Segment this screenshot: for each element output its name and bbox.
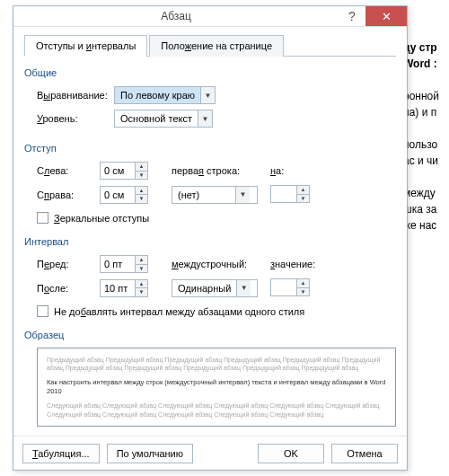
- by1-value: [271, 186, 296, 202]
- line-spacing-value: Одинарный: [172, 283, 236, 294]
- spin-down-icon[interactable]: ▼: [297, 288, 309, 296]
- row-before: Перед: 0 пт ▲▼ междустрочный: значение:: [37, 255, 396, 273]
- level-combo[interactable]: Основной текст ▼: [114, 110, 213, 128]
- sample-prev: Предыдущий абзац Предыдущий абзац Предыд…: [47, 356, 386, 373]
- before-spinner[interactable]: 0 пт ▲▼: [100, 255, 148, 273]
- spin-down-icon[interactable]: ▼: [136, 265, 147, 273]
- before-label: Перед:: [37, 259, 100, 269]
- spin-up-icon[interactable]: ▲: [136, 163, 147, 172]
- line-spacing-combo[interactable]: Одинарный ▼: [172, 279, 258, 297]
- dialog-footer: Табуляция... По умолчанию OK Отмена: [13, 436, 407, 471]
- first-line-label: первая строка:: [172, 165, 270, 176]
- group-indent: Отступ: [24, 143, 396, 154]
- after-label: После:: [37, 283, 100, 294]
- ok-button[interactable]: OK: [258, 444, 324, 463]
- close-button[interactable]: ✕: [365, 6, 407, 26]
- tab-strip: Отступы и интервалы Положение на страниц…: [24, 34, 396, 57]
- group-sample: Образец: [24, 330, 396, 340]
- spin-up-icon[interactable]: ▲: [136, 280, 147, 289]
- alignment-combo[interactable]: По левому краю ▼: [114, 86, 216, 104]
- row-after: После: 10 пт ▲▼ Одинарный ▼ ▲▼: [37, 278, 396, 297]
- sample-preview: Предыдущий абзац Предыдущий абзац Предыд…: [37, 348, 396, 427]
- spin-down-icon[interactable]: ▼: [136, 288, 147, 296]
- dialog-title: Абзац: [13, 10, 339, 22]
- cancel-button[interactable]: Отмена: [331, 444, 398, 463]
- tabs-button[interactable]: Табуляция...: [22, 444, 100, 463]
- group-general: Общие: [24, 67, 396, 78]
- row-indent-left: Слева: 0 см ▲▼ первая строка: на:: [37, 162, 396, 180]
- sample-next: Следующий абзац Следующий абзац Следующи…: [47, 401, 386, 419]
- no-space-same-style-checkbox[interactable]: Не добавлять интервал между абзацами одн…: [37, 305, 396, 317]
- sample-mid: Как настроить интервал между строк (межд…: [47, 378, 386, 396]
- line-spacing-label: междустрочный:: [172, 259, 270, 269]
- spin-down-icon[interactable]: ▼: [136, 195, 147, 203]
- level-value: Основной текст: [115, 113, 198, 124]
- level-label: Уровень:: [37, 113, 114, 124]
- indent-right-value: 0 см: [101, 187, 135, 203]
- chevron-down-icon[interactable]: ▼: [235, 187, 250, 203]
- indent-left-spinner[interactable]: 0 см ▲▼: [100, 162, 148, 180]
- checkbox-icon[interactable]: [37, 305, 48, 317]
- row-alignment: Выравнивание: По левому краю ▼: [37, 86, 396, 104]
- first-line-value: (нет): [172, 190, 235, 200]
- row-indent-right: Справа: 0 см ▲▼ (нет) ▼ ▲▼: [37, 185, 396, 204]
- indent-right-spinner[interactable]: 0 см ▲▼: [100, 186, 148, 204]
- spin-down-icon[interactable]: ▼: [297, 195, 309, 203]
- tab-page-position[interactable]: Положение на странице: [149, 35, 284, 57]
- help-button[interactable]: ?: [339, 9, 365, 23]
- chevron-down-icon[interactable]: ▼: [198, 110, 212, 127]
- spin-down-icon[interactable]: ▼: [136, 172, 147, 180]
- by1-label: на:: [270, 165, 321, 176]
- no-space-label: Не добавлять интервал между абзацами одн…: [54, 306, 304, 317]
- spin-up-icon[interactable]: ▲: [136, 187, 147, 196]
- after-value: 10 пт: [101, 280, 135, 296]
- chevron-down-icon[interactable]: ▼: [200, 87, 215, 103]
- spin-up-icon[interactable]: ▲: [136, 256, 147, 265]
- titlebar: Абзац ? ✕: [13, 6, 407, 27]
- by2-label: значение:: [270, 259, 321, 269]
- indent-left-label: Слева:: [37, 165, 100, 176]
- after-spinner[interactable]: 10 пт ▲▼: [100, 279, 148, 297]
- first-line-combo[interactable]: (нет) ▼: [172, 186, 258, 204]
- spin-up-icon[interactable]: ▲: [297, 279, 309, 288]
- by2-spinner[interactable]: ▲▼: [270, 278, 310, 296]
- mirror-label: Зеркальные отступы: [54, 213, 149, 224]
- paragraph-dialog: Абзац ? ✕ Отступы и интервалы Положение …: [13, 5, 408, 471]
- indent-left-value: 0 см: [101, 163, 135, 179]
- dialog-body: Отступы и интервалы Положение на страниц…: [13, 27, 407, 436]
- tab-indents-spacing[interactable]: Отступы и интервалы: [24, 35, 147, 57]
- before-value: 0 пт: [101, 256, 135, 272]
- alignment-value: По левому краю: [115, 90, 200, 101]
- checkbox-icon[interactable]: [37, 212, 48, 224]
- row-level: Уровень: Основной текст ▼: [37, 110, 396, 128]
- indent-right-label: Справа:: [37, 190, 100, 200]
- alignment-label: Выравнивание:: [37, 90, 114, 101]
- spin-up-icon[interactable]: ▲: [297, 186, 309, 195]
- mirror-indents-checkbox[interactable]: Зеркальные отступы: [37, 212, 396, 224]
- by1-spinner[interactable]: ▲▼: [270, 185, 310, 203]
- default-button[interactable]: По умолчанию: [107, 444, 193, 463]
- group-spacing: Интервал: [24, 236, 396, 247]
- by2-value: [271, 279, 296, 295]
- chevron-down-icon[interactable]: ▼: [236, 280, 251, 296]
